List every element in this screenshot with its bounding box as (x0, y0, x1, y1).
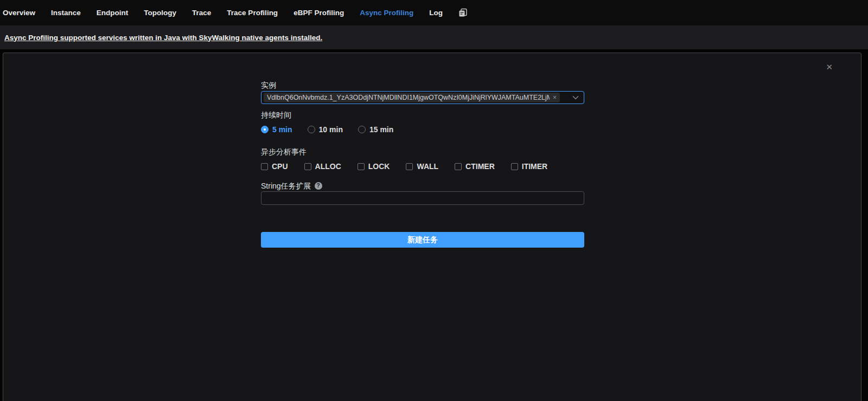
checkbox-cpu-label: CPU (272, 162, 288, 171)
checkbox-wall[interactable]: WALL (406, 162, 438, 171)
radio-10min[interactable]: 10 min (308, 125, 343, 134)
checkbox-icon (511, 163, 518, 170)
instance-label: 实例 (261, 81, 584, 89)
nav-tab-ebpf-profiling[interactable]: eBPF Profiling (293, 9, 344, 17)
radio-dot-icon (308, 126, 315, 133)
events-checkbox-group: CPU ALLOC LOCK WALL CTIMER ITIMER (261, 162, 584, 171)
radio-15min[interactable]: 15 min (358, 125, 393, 134)
checkbox-lock[interactable]: LOCK (358, 162, 390, 171)
remove-tag-icon[interactable]: × (553, 94, 557, 101)
task-list-icon[interactable] (458, 8, 468, 17)
nav-tab-overview[interactable]: Overview (3, 9, 35, 17)
async-profiling-panel: ✕ 实例 VdlbnQ6OnNvbmdz.1_YzA3ODdjNTNjMDllN… (3, 53, 861, 401)
nav-tab-instance[interactable]: Instance (51, 9, 81, 17)
duration-radio-group: 5 min 10 min 15 min (261, 125, 584, 134)
radio-5min[interactable]: 5 min (261, 125, 292, 134)
checkbox-icon (304, 163, 311, 170)
instance-tag-value: VdlbnQ6OnNvbmdz.1_YzA3ODdjNTNjMDllNDI1Mj… (267, 94, 550, 101)
checkbox-wall-label: WALL (417, 162, 438, 171)
nav-tab-topology[interactable]: Topology (144, 9, 176, 17)
radio-dot-icon (261, 126, 269, 133)
checkbox-ctimer-label: CTIMER (465, 162, 495, 171)
nav-tab-log[interactable]: Log (429, 9, 443, 17)
nav-tab-endpoint[interactable]: Endpoint (97, 9, 128, 17)
checkbox-icon (406, 163, 413, 170)
instance-select[interactable]: VdlbnQ6OnNvbmdz.1_YzA3ODdjNTNjMDllNDI1Mj… (261, 91, 584, 104)
radio-15min-label: 15 min (369, 125, 393, 134)
new-task-form: 实例 VdlbnQ6OnNvbmdz.1_YzA3ODdjNTNjMDllNDI… (261, 53, 584, 248)
checkbox-icon (455, 163, 462, 170)
duration-label: 持续时间 (261, 111, 584, 119)
extension-input[interactable] (261, 191, 584, 205)
events-label: 异步分析事件 (261, 147, 584, 156)
top-nav: Overview Instance Endpoint Topology Trac… (0, 0, 868, 25)
help-icon[interactable]: ? (315, 182, 322, 190)
banner: Async Profiling supported services writt… (0, 25, 868, 49)
radio-5min-label: 5 min (272, 125, 292, 134)
extension-label: String任务扩展 (261, 182, 311, 190)
extension-label-row: String任务扩展 ? (261, 182, 584, 190)
nav-tab-async-profiling[interactable]: Async Profiling (360, 9, 413, 17)
checkbox-itimer[interactable]: ITIMER (511, 162, 547, 171)
checkbox-alloc-label: ALLOC (315, 162, 341, 171)
close-icon[interactable]: ✕ (826, 63, 833, 71)
checkbox-alloc[interactable]: ALLOC (304, 162, 341, 171)
nav-tab-trace-profiling[interactable]: Trace Profiling (227, 9, 278, 17)
checkbox-ctimer[interactable]: CTIMER (455, 162, 495, 171)
radio-10min-label: 10 min (319, 125, 343, 134)
chevron-down-icon (572, 95, 579, 100)
instance-tag: VdlbnQ6OnNvbmdz.1_YzA3ODdjNTNjMDllNDI1Mj… (264, 93, 560, 102)
checkbox-cpu[interactable]: CPU (261, 162, 288, 171)
checkbox-icon (261, 163, 268, 170)
radio-dot-icon (358, 126, 366, 133)
checkbox-lock-label: LOCK (368, 162, 390, 171)
nav-tab-trace[interactable]: Trace (192, 9, 211, 17)
checkbox-icon (358, 163, 365, 170)
checkbox-itimer-label: ITIMER (522, 162, 547, 171)
supported-services-link[interactable]: Async Profiling supported services writt… (4, 34, 322, 42)
create-task-button[interactable]: 新建任务 (261, 232, 584, 248)
